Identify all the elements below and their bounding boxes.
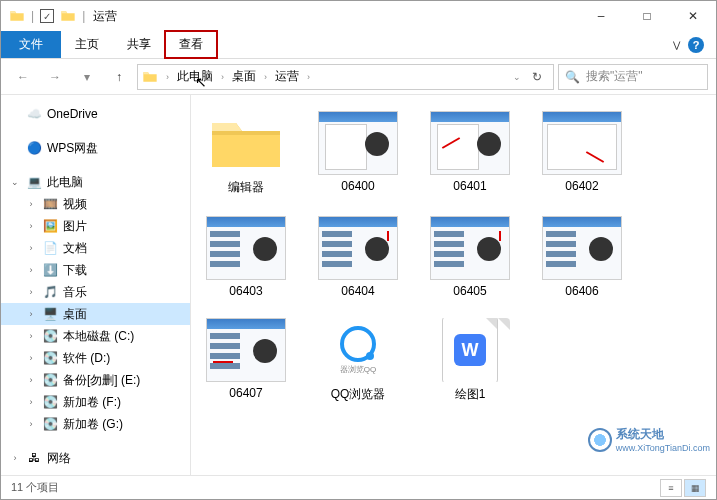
back-button[interactable]: ← bbox=[9, 63, 37, 91]
chevron-right-icon[interactable]: › bbox=[25, 375, 37, 385]
breadcrumb-desktop[interactable]: 桌面 bbox=[228, 66, 260, 87]
quick-access-toolbar: | ✓ | bbox=[9, 8, 85, 24]
item-label: QQ浏览器 bbox=[315, 386, 401, 403]
sidebar-videos[interactable]: ›🎞️视频 bbox=[1, 193, 190, 215]
app-item[interactable]: 器浏览QQ QQ浏览器 bbox=[315, 318, 401, 403]
navigation-pane[interactable]: ☁️OneDrive 🔵WPS网盘 ⌄💻此电脑 ›🎞️视频 ›🖼️图片 ›📄文档… bbox=[1, 95, 191, 475]
sidebar-label: 软件 (D:) bbox=[63, 350, 110, 367]
sidebar-disk-e[interactable]: ›💽备份[勿删] (E:) bbox=[1, 369, 190, 391]
chevron-right-icon[interactable]: › bbox=[262, 72, 269, 82]
sidebar-disk-f[interactable]: ›💽新加卷 (F:) bbox=[1, 391, 190, 413]
chevron-right-icon[interactable]: › bbox=[305, 72, 312, 82]
breadcrumb-thispc[interactable]: 此电脑 bbox=[173, 66, 217, 87]
pictures-icon: 🖼️ bbox=[41, 219, 59, 233]
chevron-down-icon[interactable]: ⌄ bbox=[9, 177, 21, 187]
file-item[interactable]: 06401 bbox=[427, 111, 513, 196]
file-item[interactable]: 06400 bbox=[315, 111, 401, 196]
chevron-right-icon[interactable]: › bbox=[25, 397, 37, 407]
sidebar-disk-g[interactable]: ›💽新加卷 (G:) bbox=[1, 413, 190, 435]
tab-view[interactable]: 查看 bbox=[165, 31, 217, 58]
file-list-pane[interactable]: 编辑器 06400 06401 bbox=[191, 95, 716, 475]
sidebar-thispc[interactable]: ⌄💻此电脑 bbox=[1, 171, 190, 193]
sidebar-label: 文档 bbox=[63, 240, 87, 257]
drive-icon: 💽 bbox=[41, 351, 59, 365]
downloads-icon: ⬇️ bbox=[41, 263, 59, 277]
music-icon: 🎵 bbox=[41, 285, 59, 299]
chevron-right-icon[interactable]: › bbox=[164, 72, 171, 82]
chevron-right-icon[interactable]: › bbox=[25, 199, 37, 209]
screenshot-thumbnail bbox=[542, 216, 622, 280]
folder-icon bbox=[142, 69, 158, 85]
item-label: 06402 bbox=[539, 179, 625, 193]
expand-ribbon-icon[interactable]: ⋁ bbox=[673, 40, 680, 50]
watermark-url: www.XiTongTianDi.com bbox=[616, 443, 710, 453]
search-placeholder: 搜索"运营" bbox=[586, 68, 643, 85]
sidebar-label: WPS网盘 bbox=[47, 140, 98, 157]
chevron-right-icon[interactable]: › bbox=[25, 265, 37, 275]
sidebar-label: 网络 bbox=[47, 450, 71, 467]
sidebar-label: 桌面 bbox=[63, 306, 87, 323]
chevron-right-icon[interactable]: › bbox=[9, 453, 21, 463]
sidebar-wps[interactable]: 🔵WPS网盘 bbox=[1, 137, 190, 159]
sidebar-disk-c[interactable]: ›💽本地磁盘 (C:) bbox=[1, 325, 190, 347]
chevron-right-icon[interactable]: › bbox=[25, 331, 37, 341]
minimize-button[interactable]: – bbox=[578, 1, 624, 31]
item-count: 11 个项目 bbox=[11, 480, 59, 495]
sidebar-label: OneDrive bbox=[47, 107, 98, 121]
help-button[interactable]: ? bbox=[688, 37, 704, 53]
breadcrumb-current[interactable]: 运营 bbox=[271, 66, 303, 87]
sidebar-onedrive[interactable]: ☁️OneDrive bbox=[1, 103, 190, 125]
file-item[interactable]: 06406 bbox=[539, 216, 625, 298]
desktop-icon: 🖥️ bbox=[41, 307, 59, 321]
recent-button[interactable]: ▾ bbox=[73, 63, 101, 91]
chevron-right-icon[interactable]: › bbox=[25, 353, 37, 363]
checkbox-icon[interactable]: ✓ bbox=[40, 9, 54, 23]
sidebar-music[interactable]: ›🎵音乐 bbox=[1, 281, 190, 303]
status-bar: 11 个项目 ≡ ▦ bbox=[1, 475, 716, 499]
file-item[interactable]: 06403 bbox=[203, 216, 289, 298]
details-view-button[interactable]: ≡ bbox=[660, 479, 682, 497]
items-grid: 编辑器 06400 06401 bbox=[203, 111, 704, 403]
sidebar-downloads[interactable]: ›⬇️下载 bbox=[1, 259, 190, 281]
folder-icon bbox=[60, 8, 76, 24]
sidebar-pictures[interactable]: ›🖼️图片 bbox=[1, 215, 190, 237]
watermark-brand: 系统天地 bbox=[616, 426, 710, 443]
sidebar-label: 新加卷 (F:) bbox=[63, 394, 121, 411]
file-item[interactable]: 06404 bbox=[315, 216, 401, 298]
maximize-button[interactable]: □ bbox=[624, 1, 670, 31]
drive-icon: 💽 bbox=[41, 373, 59, 387]
chevron-right-icon[interactable]: › bbox=[219, 72, 226, 82]
file-item[interactable]: 06405 bbox=[427, 216, 513, 298]
forward-button[interactable]: → bbox=[41, 63, 69, 91]
tab-home[interactable]: 主页 bbox=[61, 31, 113, 58]
screenshot-thumbnail bbox=[206, 318, 286, 382]
search-icon: 🔍 bbox=[565, 70, 580, 84]
chevron-right-icon[interactable]: › bbox=[25, 287, 37, 297]
search-input[interactable]: 🔍 搜索"运营" bbox=[558, 64, 708, 90]
screenshot-thumbnail bbox=[430, 111, 510, 175]
close-button[interactable]: ✕ bbox=[670, 1, 716, 31]
sidebar-desktop[interactable]: ›🖥️桌面 bbox=[1, 303, 190, 325]
chevron-right-icon[interactable]: › bbox=[25, 221, 37, 231]
up-button[interactable]: ↑ bbox=[105, 63, 133, 91]
document-item[interactable]: W 绘图1 bbox=[427, 318, 513, 403]
tab-file[interactable]: 文件 bbox=[1, 31, 61, 58]
file-item[interactable]: 06402 bbox=[539, 111, 625, 196]
item-label: 06403 bbox=[203, 284, 289, 298]
file-item[interactable]: 06407 bbox=[203, 318, 289, 403]
view-switcher: ≡ ▦ bbox=[660, 479, 706, 497]
thumbnails-view-button[interactable]: ▦ bbox=[684, 479, 706, 497]
refresh-button[interactable]: ↻ bbox=[525, 65, 549, 89]
sidebar-disk-d[interactable]: ›💽软件 (D:) bbox=[1, 347, 190, 369]
folder-item[interactable]: 编辑器 bbox=[203, 111, 289, 196]
cloud-icon: ☁️ bbox=[25, 107, 43, 121]
sidebar-documents[interactable]: ›📄文档 bbox=[1, 237, 190, 259]
sidebar-network[interactable]: ›🖧网络 bbox=[1, 447, 190, 469]
chevron-right-icon[interactable]: › bbox=[25, 419, 37, 429]
history-dropdown-icon[interactable]: ⌄ bbox=[511, 72, 523, 82]
chevron-right-icon[interactable]: › bbox=[25, 243, 37, 253]
sidebar-label: 下载 bbox=[63, 262, 87, 279]
address-bar[interactable]: › 此电脑 › 桌面 › 运营 › ⌄ ↻ bbox=[137, 64, 554, 90]
chevron-right-icon[interactable]: › bbox=[25, 309, 37, 319]
tab-share[interactable]: 共享 bbox=[113, 31, 165, 58]
